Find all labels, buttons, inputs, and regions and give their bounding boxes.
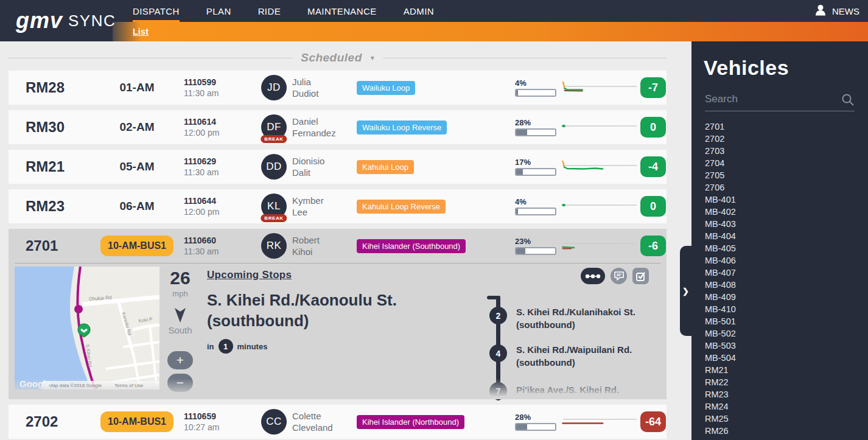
filter-label[interactable]: Scheduled bbox=[301, 51, 362, 65]
dispatch-row[interactable]: RM30 02-AM 1110614 12:00 pm DF BREAK Dan… bbox=[9, 110, 667, 144]
vehicle-list-item[interactable]: MB-403 bbox=[705, 218, 868, 230]
driver-first-name: Daniel bbox=[292, 116, 336, 127]
route-badge: Kihei Islander (Southbound) bbox=[357, 239, 466, 253]
vehicle-list-item[interactable]: MB-409 bbox=[705, 291, 868, 303]
route-badge: Wailuku Loop bbox=[357, 81, 415, 95]
vehicle-list-item[interactable]: MB-410 bbox=[705, 303, 868, 315]
checklist-icon[interactable] bbox=[632, 268, 649, 284]
dispatch-row[interactable]: 2702 10-AM-BUS1 1110659 10:27 am CC Cole… bbox=[9, 405, 667, 439]
vehicle-list-item[interactable]: RM26 bbox=[705, 425, 868, 437]
sync-logo: SYNC bbox=[68, 12, 116, 30]
vehicle-list-item[interactable]: MB-504 bbox=[705, 352, 868, 364]
vehicle-list-item[interactable]: MB-407 bbox=[705, 267, 868, 279]
main-nav: DISPATCH PLAN RIDE MAINTENANCE ADMIN bbox=[133, 0, 434, 22]
trip-info: 1110659 10:27 am bbox=[184, 411, 219, 432]
search-icon[interactable] bbox=[841, 93, 855, 109]
vehicle-list-item[interactable]: 2703 bbox=[705, 145, 868, 157]
trip-progress: 17% bbox=[515, 158, 559, 176]
schedule-filter: Scheduled ▾ bbox=[9, 51, 667, 65]
vehicle-list-item[interactable]: MB-502 bbox=[705, 327, 868, 340]
vehicle-list-item[interactable]: MB-406 bbox=[705, 254, 868, 267]
driver-avatar: CC bbox=[261, 409, 287, 435]
trip-time: 10:27 am bbox=[184, 422, 219, 432]
vehicle-list-item[interactable]: 2704 bbox=[705, 157, 868, 169]
expanded-actions bbox=[581, 268, 649, 284]
route-badge-wrap: Wailuku Loop Reverse bbox=[357, 122, 447, 133]
schedule-sparkline bbox=[561, 161, 637, 173]
nav-ride[interactable]: RIDE bbox=[258, 0, 281, 22]
driver-avatar: DF BREAK bbox=[261, 114, 287, 140]
progress-bar bbox=[515, 89, 556, 97]
vehicle-list-item[interactable]: 2701 bbox=[705, 120, 868, 133]
run-label: 02-AM bbox=[99, 120, 175, 134]
progress-bar bbox=[515, 208, 556, 215]
trip-id: 1110614 bbox=[184, 117, 219, 127]
vehicle-list-item[interactable]: MB-501 bbox=[705, 315, 868, 327]
vehicle-list-item[interactable]: RM21 bbox=[705, 364, 868, 376]
trip-id: 1110660 bbox=[184, 236, 219, 245]
schedule-sparkline bbox=[561, 240, 637, 252]
driver-name: Dionisio Dalit bbox=[292, 155, 324, 178]
nav-admin[interactable]: ADMIN bbox=[404, 0, 434, 22]
run-label: 10-AM-BUS1 bbox=[99, 411, 175, 432]
driver-name: Daniel Fernandez bbox=[292, 116, 336, 139]
expanded-row-header[interactable]: 2701 10-AM-BUS1 1110660 11:30 am RK Robe… bbox=[9, 229, 667, 263]
progress-percent: 4% bbox=[515, 79, 559, 88]
header-divider bbox=[15, 263, 660, 264]
search-input[interactable] bbox=[705, 93, 855, 105]
divider-line bbox=[9, 58, 292, 58]
dispatch-row[interactable]: RM21 05-AM 1110629 11:30 am DD Dionisio … bbox=[9, 150, 667, 184]
stop-number-badge: 2 bbox=[489, 307, 507, 324]
driver-last-name: Lee bbox=[292, 206, 324, 218]
vehicle-list-item[interactable]: MB-405 bbox=[705, 242, 868, 254]
direction-arrow-icon bbox=[173, 307, 187, 323]
vehicle-id: RM23 bbox=[26, 198, 65, 215]
route-stops-icon[interactable] bbox=[581, 268, 605, 284]
upcoming-stops-link[interactable]: Upcoming Stops bbox=[207, 269, 292, 281]
chevron-down-icon[interactable]: ▾ bbox=[371, 54, 374, 62]
chat-icon[interactable] bbox=[611, 268, 627, 284]
avatar-initials: CC bbox=[261, 409, 287, 435]
vehicle-map[interactable]: Ohukai Rd Kenolio Rd Koki P S Kihei Rd M… bbox=[15, 267, 159, 389]
vehicle-list-item[interactable]: RM22 bbox=[705, 376, 868, 388]
sidebar-collapse-tab[interactable]: ❯ bbox=[680, 246, 691, 336]
list-tab[interactable]: List bbox=[133, 22, 149, 41]
vehicle-list-item[interactable]: MB-401 bbox=[705, 194, 868, 206]
nav-dispatch[interactable]: DISPATCH bbox=[133, 0, 180, 22]
schedule-delta-badge: 0 bbox=[640, 196, 666, 217]
map-zoom-out-button[interactable]: − bbox=[167, 374, 193, 392]
schedule-delta-badge: -6 bbox=[640, 236, 666, 256]
vehicle-list-item[interactable]: MB-404 bbox=[705, 230, 868, 242]
news-button[interactable]: NEWS bbox=[813, 0, 859, 22]
vehicle-list-item[interactable]: RM25 bbox=[705, 413, 868, 425]
vehicle-list-item[interactable]: 2702 bbox=[705, 133, 868, 145]
vehicle-list-item[interactable]: MB-408 bbox=[705, 279, 868, 291]
vehicle-list-item[interactable]: 2705 bbox=[705, 169, 868, 181]
nav-plan[interactable]: PLAN bbox=[206, 0, 231, 22]
map-terms-link[interactable]: Terms of Use bbox=[114, 383, 144, 388]
vehicle-list-item[interactable]: MB-402 bbox=[705, 206, 868, 218]
vehicle-list-item[interactable]: RM23 bbox=[705, 388, 868, 400]
progress-percent: 28% bbox=[515, 413, 559, 422]
driver-name: Colette Cleveland bbox=[292, 410, 333, 433]
vehicle-list-item[interactable]: RM24 bbox=[705, 400, 868, 413]
driver-name: Julia Dudiot bbox=[292, 76, 318, 99]
dispatch-row[interactable]: RM23 06-AM 1110644 12:00 pm KL BREAK Kym… bbox=[9, 189, 667, 223]
nav-maintenance[interactable]: MAINTENANCE bbox=[307, 0, 377, 22]
driver-last-name: Kihoi bbox=[292, 246, 320, 257]
trip-id: 1110629 bbox=[184, 156, 219, 166]
driver-avatar: JD bbox=[261, 75, 287, 100]
driver-first-name: Dionisio bbox=[292, 155, 324, 167]
vehicle-list-item[interactable]: MB-503 bbox=[705, 340, 868, 352]
run-label: 05-AM bbox=[99, 160, 175, 173]
dispatch-row[interactable]: RM28 01-AM 1110599 11:30 am JD Julia Dud… bbox=[9, 71, 667, 105]
vehicle-search bbox=[705, 93, 855, 111]
dispatch-list: Scheduled ▾ RM28 01-AM 1110599 11:30 am … bbox=[0, 41, 691, 440]
dispatch-row-expanded[interactable]: 2701 10-AM-BUS1 1110660 11:30 am RK Robe… bbox=[9, 229, 667, 399]
trip-progress: 28% bbox=[515, 118, 559, 136]
schedule-sparkline bbox=[561, 200, 637, 212]
map-zoom-in-button[interactable]: + bbox=[167, 351, 193, 369]
route-badge: Wailuku Loop Reverse bbox=[357, 120, 447, 134]
vehicle-list-item[interactable]: 2706 bbox=[705, 181, 868, 194]
schedule-delta-badge: -64 bbox=[640, 411, 666, 432]
